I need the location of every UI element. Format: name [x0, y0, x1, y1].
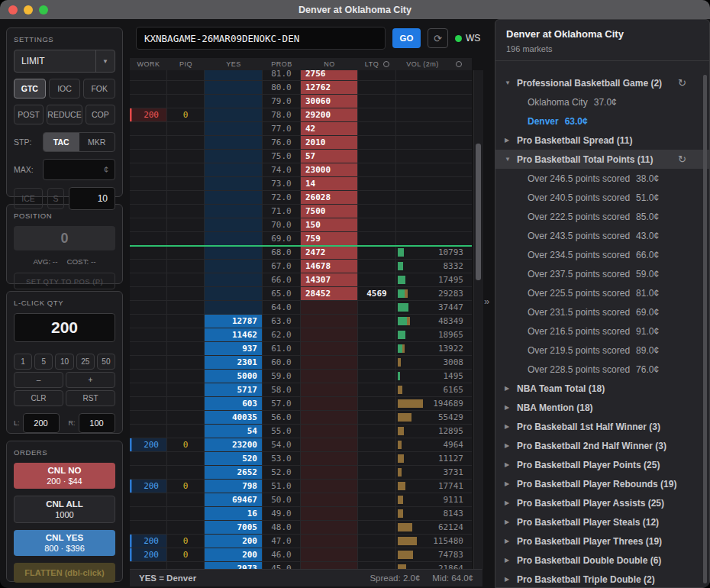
go-button[interactable]: GO	[392, 28, 421, 48]
no-depth-cell[interactable]: 28452	[301, 287, 358, 300]
flatten-button[interactable]: FLATTEN (dbl-click)	[14, 563, 115, 583]
no-depth-cell[interactable]: 7500	[301, 205, 358, 218]
collapse-group-arrow-icon[interactable]: ▼	[505, 79, 517, 86]
yes-depth-cell[interactable]	[205, 108, 263, 121]
order-type-select[interactable]: LIMIT ▼	[14, 50, 115, 73]
no-depth-cell[interactable]	[301, 370, 358, 383]
qty-1-button[interactable]: 1	[14, 354, 32, 370]
expand-group-arrow-icon[interactable]: ▶	[505, 480, 517, 487]
working-order-cell[interactable]	[130, 315, 167, 328]
no-depth-cell[interactable]	[301, 425, 358, 438]
market-group-row[interactable]: ▶Pro Basketball 2nd Half Winner (3)	[495, 436, 709, 455]
working-order-cell[interactable]	[130, 163, 167, 176]
no-depth-cell[interactable]	[301, 466, 358, 479]
working-order-cell[interactable]	[130, 260, 167, 273]
working-order-cell[interactable]	[130, 81, 167, 94]
yes-depth-cell[interactable]: 798	[205, 480, 263, 493]
no-depth-cell[interactable]: 42	[301, 122, 358, 135]
ice-button[interactable]: ICE	[14, 188, 43, 209]
yes-depth-cell[interactable]: 520	[205, 452, 263, 465]
market-item-row[interactable]: Over 222.5 points scored85.0¢	[495, 207, 709, 226]
yes-depth-cell[interactable]: 200	[205, 535, 263, 548]
no-depth-cell[interactable]: 2756	[301, 70, 358, 80]
yes-depth-cell[interactable]: 2301	[205, 356, 263, 369]
no-depth-cell[interactable]: 30060	[301, 95, 358, 108]
yes-depth-cell[interactable]: 12787	[205, 315, 263, 328]
ltq-settings-gear-icon[interactable]	[383, 61, 389, 67]
working-order-cell[interactable]	[130, 287, 167, 300]
no-depth-cell[interactable]	[301, 328, 358, 341]
market-group-row[interactable]: ▶Pro Basketball Spread (11)	[495, 131, 709, 150]
working-order-cell[interactable]	[130, 466, 167, 479]
expand-group-arrow-icon[interactable]: ▶	[505, 557, 517, 564]
vol-settings-gear-icon[interactable]	[456, 61, 462, 67]
yes-depth-cell[interactable]	[205, 177, 263, 190]
qty-25-button[interactable]: 25	[76, 354, 95, 370]
market-item-row[interactable]: Denver63.0¢	[495, 111, 709, 131]
no-depth-cell[interactable]: 14307	[301, 273, 358, 286]
cancel-all-orders-button[interactable]: CNL ALL 1000	[14, 496, 115, 523]
no-depth-cell[interactable]	[301, 521, 358, 534]
yes-depth-cell[interactable]	[205, 218, 263, 231]
market-group-row[interactable]: ▶Pro Basketball Player Threes (19)	[495, 531, 709, 551]
expand-group-arrow-icon[interactable]: ▶	[505, 461, 517, 468]
market-item-row[interactable]: Over 216.5 points scored91.0¢	[495, 321, 709, 341]
qty-clear-button[interactable]: CLR	[14, 390, 63, 406]
yes-depth-cell[interactable]: 69467	[205, 493, 263, 506]
no-depth-cell[interactable]	[301, 480, 358, 493]
no-depth-cell[interactable]: 150	[301, 218, 358, 231]
ice-s-button[interactable]: S	[47, 188, 64, 209]
expand-group-arrow-icon[interactable]: ▶	[505, 404, 517, 411]
market-group-row[interactable]: ▶NBA Mention (18)	[495, 398, 709, 417]
no-depth-cell[interactable]	[301, 452, 358, 465]
post-button[interactable]: POST	[14, 105, 44, 124]
yes-depth-cell[interactable]: 54	[205, 425, 263, 438]
set-qty-to-pos-button[interactable]: SET QTY TO POS (P)	[14, 273, 115, 289]
no-depth-cell[interactable]: 23000	[301, 163, 358, 176]
yes-depth-cell[interactable]	[205, 163, 263, 176]
yes-depth-cell[interactable]: 2973	[205, 562, 263, 569]
no-depth-cell[interactable]: 2010	[301, 136, 358, 149]
yes-depth-cell[interactable]: 11462	[205, 328, 263, 341]
no-depth-cell[interactable]	[301, 507, 358, 520]
market-item-row[interactable]: Over 219.5 points scored89.0¢	[495, 341, 709, 360]
qty-increment-button[interactable]: +	[66, 372, 115, 388]
tif-gtc-button[interactable]: GTC	[14, 79, 46, 99]
working-order-cell[interactable]: 200	[130, 548, 167, 561]
working-order-cell[interactable]	[130, 95, 167, 108]
working-order-cell[interactable]	[130, 273, 167, 286]
no-depth-cell[interactable]: 57	[301, 150, 358, 163]
yes-depth-cell[interactable]	[205, 246, 263, 259]
working-order-cell[interactable]	[130, 370, 167, 383]
market-group-row[interactable]: ▶Pro Basketball Double Double (6)	[495, 551, 709, 570]
yes-depth-cell[interactable]	[205, 287, 263, 300]
qty-10-button[interactable]: 10	[55, 354, 73, 370]
qty-decrement-button[interactable]: –	[14, 372, 63, 388]
working-order-cell[interactable]	[130, 191, 167, 204]
working-order-cell[interactable]	[130, 70, 167, 80]
working-order-cell[interactable]	[130, 411, 167, 424]
no-depth-cell[interactable]: 26028	[301, 191, 358, 204]
yes-depth-cell[interactable]	[205, 70, 263, 80]
no-depth-cell[interactable]	[301, 493, 358, 506]
market-group-row[interactable]: ▶Pro Basketball Player Assists (25)	[495, 493, 709, 512]
qty-50-button[interactable]: 50	[97, 354, 115, 370]
reduce-button[interactable]: REDUCE	[47, 105, 82, 124]
yes-depth-cell[interactable]	[205, 273, 263, 286]
working-order-cell[interactable]	[130, 328, 167, 341]
minimize-window-button[interactable]	[24, 5, 33, 15]
market-item-row[interactable]: Over 240.5 points scored51.0¢	[495, 188, 709, 207]
yes-depth-cell[interactable]: 2652	[205, 466, 263, 479]
ticker-refresh-button[interactable]: ⟳	[428, 28, 448, 48]
yes-depth-cell[interactable]: 5717	[205, 383, 263, 396]
refresh-group-icon[interactable]: ↻	[678, 153, 686, 165]
yes-depth-cell[interactable]: 7005	[205, 521, 263, 534]
yes-depth-cell[interactable]	[205, 232, 263, 245]
market-item-row[interactable]: Over 231.5 points scored69.0¢	[495, 302, 709, 321]
expand-group-arrow-icon[interactable]: ▶	[505, 519, 517, 525]
market-group-row[interactable]: ▼Pro Basketball Total Points (11)↻	[495, 150, 709, 169]
expand-group-arrow-icon[interactable]: ▶	[505, 442, 517, 449]
right-qty-input[interactable]	[79, 413, 115, 433]
max-price-input[interactable]	[43, 159, 115, 180]
no-depth-cell[interactable]	[301, 411, 358, 424]
